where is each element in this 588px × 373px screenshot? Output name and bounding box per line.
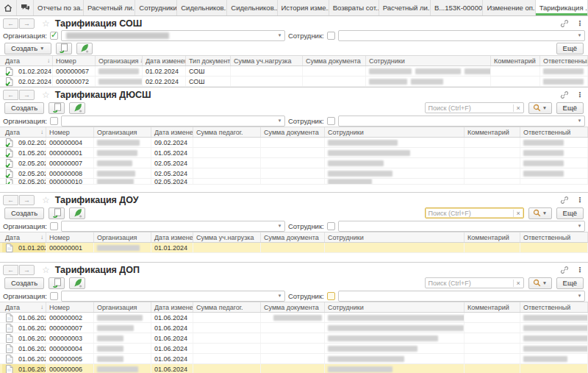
forward-button[interactable]: → bbox=[19, 18, 35, 29]
column-header[interactable]: Ответственный bbox=[520, 127, 588, 137]
forward-button[interactable]: → bbox=[19, 90, 35, 100]
tab[interactable]: История изме...× bbox=[278, 0, 329, 15]
column-header[interactable]: Сотрудники bbox=[325, 232, 465, 242]
get-link-icon[interactable] bbox=[560, 19, 569, 28]
tab[interactable]: Сидельников...× bbox=[177, 0, 227, 15]
discussions-button[interactable] bbox=[17, 0, 34, 15]
column-header[interactable]: Комментарий bbox=[491, 56, 540, 65]
column-header[interactable]: Организация bbox=[94, 127, 151, 137]
table-row[interactable]: 01.06.202...00000000301.06.2024 bbox=[0, 333, 588, 344]
column-header[interactable]: Дата↓ bbox=[2, 232, 46, 242]
dropdown-arrow-icon[interactable]: ▾ bbox=[575, 118, 584, 124]
column-header[interactable]: Сумма документа bbox=[303, 56, 366, 65]
org-filter-input[interactable]: ▾ bbox=[61, 30, 285, 41]
post-document-button[interactable] bbox=[69, 277, 85, 289]
search-input[interactable]: Поиск (Ctrl+F) × bbox=[425, 207, 524, 219]
tab[interactable]: Сидельников...× bbox=[227, 0, 277, 15]
search-input[interactable]: Поиск (Ctrl+F) × bbox=[425, 102, 524, 113]
copy-document-button[interactable] bbox=[49, 277, 65, 289]
search-button[interactable]: ▼ bbox=[528, 102, 552, 114]
emp-filter-input[interactable]: ▾ bbox=[338, 30, 585, 41]
home-button[interactable] bbox=[0, 0, 17, 15]
column-header[interactable]: Номер bbox=[46, 302, 94, 312]
more-button[interactable]: Ещё bbox=[556, 207, 584, 219]
org-filter-input[interactable]: ▾ bbox=[61, 116, 285, 127]
column-header[interactable]: Номер bbox=[53, 56, 96, 65]
copy-document-button[interactable] bbox=[56, 43, 72, 54]
column-header[interactable]: Сумма уч.нагрузка bbox=[193, 232, 261, 242]
column-header[interactable]: Номер bbox=[46, 232, 94, 242]
clear-search-icon[interactable]: × bbox=[513, 104, 523, 112]
back-button[interactable]: ← bbox=[3, 18, 18, 29]
dropdown-arrow-icon[interactable]: ▾ bbox=[575, 32, 584, 38]
org-filter-checkbox[interactable] bbox=[50, 117, 58, 125]
column-header[interactable]: Сумма уч.нагрузка bbox=[231, 56, 303, 65]
column-header[interactable]: Сумма документа bbox=[261, 302, 325, 312]
column-header[interactable]: Ответственный bbox=[520, 232, 588, 242]
column-header[interactable]: Дата изменения bbox=[151, 127, 193, 137]
get-link-icon[interactable] bbox=[560, 196, 569, 205]
post-document-button[interactable] bbox=[69, 207, 85, 219]
org-filter-checkbox[interactable] bbox=[50, 222, 58, 230]
get-link-icon[interactable] bbox=[560, 266, 569, 274]
column-header[interactable]: Организация bbox=[94, 232, 151, 242]
column-header[interactable]: Ответственный bbox=[540, 56, 588, 65]
table-row[interactable]: 01.05.202...00000000101.05.2024 bbox=[0, 148, 588, 158]
table-row[interactable]: 01.01.202...00000000101.01.2024 bbox=[0, 243, 588, 253]
favorite-star-icon[interactable]: ☆ bbox=[42, 18, 50, 29]
more-menu-icon[interactable]: ⋮ bbox=[576, 196, 584, 204]
emp-filter-input[interactable]: ▾ bbox=[338, 291, 585, 302]
search-button[interactable]: ▼ bbox=[528, 277, 552, 289]
column-header[interactable]: Сотрудники bbox=[325, 302, 465, 312]
emp-filter-checkbox[interactable] bbox=[327, 222, 335, 230]
column-header[interactable]: Номер bbox=[46, 127, 94, 137]
column-header[interactable]: Сумма педагог. bbox=[193, 302, 261, 312]
org-filter-checkbox[interactable] bbox=[50, 32, 58, 40]
column-header[interactable]: Организация↓ bbox=[96, 56, 143, 65]
dropdown-arrow-icon[interactable]: ▾ bbox=[275, 293, 284, 299]
favorite-star-icon[interactable]: ☆ bbox=[42, 265, 50, 275]
emp-filter-checkbox[interactable] bbox=[327, 117, 335, 125]
column-header[interactable]: Сумма педагог. bbox=[193, 127, 261, 137]
tab[interactable]: Отчеты по за...× bbox=[34, 0, 84, 15]
post-document-button[interactable] bbox=[69, 102, 85, 114]
table-row[interactable]: 01.06.202...00000000601.06.2024 bbox=[0, 364, 588, 373]
back-button[interactable]: ← bbox=[3, 265, 18, 275]
column-header[interactable]: Комментарий bbox=[465, 232, 520, 242]
tab[interactable]: Сотрудники× bbox=[135, 0, 177, 15]
column-header[interactable]: Дата↓ bbox=[2, 56, 53, 65]
tab[interactable]: В...153К-000001× bbox=[431, 0, 483, 15]
forward-button[interactable]: → bbox=[19, 195, 35, 205]
more-menu-icon[interactable]: ⋮ bbox=[576, 266, 584, 274]
back-button[interactable]: ← bbox=[3, 90, 18, 100]
column-header[interactable]: Сотрудники bbox=[325, 127, 465, 137]
tab[interactable]: Расчетный ли...× bbox=[84, 0, 135, 15]
org-filter-input[interactable]: ▾ bbox=[61, 291, 285, 302]
search-input[interactable]: Поиск (Ctrl+F) × bbox=[425, 277, 524, 288]
more-button[interactable]: Ещё bbox=[556, 277, 584, 289]
column-header[interactable]: Дата изменения bbox=[143, 56, 186, 65]
create-button[interactable]: Создать bbox=[4, 102, 44, 114]
emp-filter-checkbox[interactable] bbox=[327, 32, 335, 40]
table-row[interactable]: 01.06.202...00000000201.06.2024 bbox=[0, 313, 588, 323]
table-row[interactable]: 02.05.202...00000000802.05.2024 bbox=[0, 168, 588, 179]
column-header[interactable]: Комментарий bbox=[465, 302, 520, 312]
column-header[interactable]: Организация bbox=[94, 302, 151, 312]
org-filter-input[interactable]: ▾ bbox=[61, 221, 285, 232]
emp-filter-input[interactable]: ▾ bbox=[338, 116, 585, 127]
org-filter-checkbox[interactable] bbox=[50, 292, 58, 300]
more-button[interactable]: Ещё bbox=[556, 102, 584, 114]
tab[interactable]: Изменение оп...× bbox=[483, 0, 535, 15]
emp-filter-input[interactable]: ▾ bbox=[338, 221, 585, 232]
column-header[interactable]: Дата изменения bbox=[151, 302, 193, 312]
copy-document-button[interactable] bbox=[49, 102, 65, 114]
create-button[interactable]: Создать bbox=[4, 277, 44, 289]
dropdown-arrow-icon[interactable]: ▾ bbox=[275, 118, 284, 124]
table-row[interactable]: 09.02.202...00000000409.02.2024 bbox=[0, 138, 588, 148]
column-header[interactable]: Сумма документа bbox=[261, 232, 325, 242]
dropdown-arrow-icon[interactable]: ▾ bbox=[275, 32, 284, 38]
post-document-button[interactable] bbox=[76, 43, 93, 54]
tab[interactable]: Расчетный ли...× bbox=[379, 0, 431, 15]
create-button[interactable]: Создать bbox=[4, 207, 44, 219]
column-header[interactable]: Комментарий bbox=[465, 127, 520, 137]
